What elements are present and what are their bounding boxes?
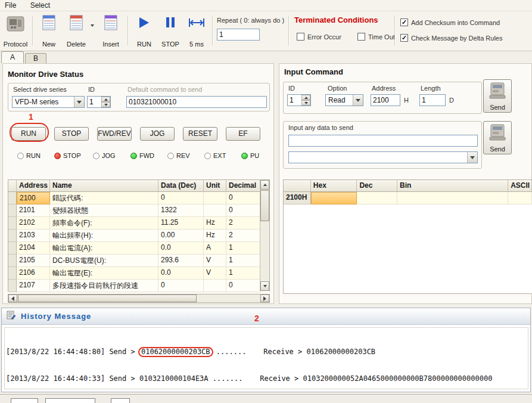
status-radio-ext[interactable]: EXT xyxy=(204,152,226,159)
row-header-2100h[interactable]: 2100H xyxy=(284,192,311,204)
new-button[interactable]: New xyxy=(36,13,62,49)
repeat-label: Repeat ( 0: always do ) xyxy=(217,17,284,24)
row-selector[interactable] xyxy=(8,267,17,280)
input-command-title: Input Command xyxy=(284,67,343,76)
delete-dropdown-arrow[interactable] xyxy=(91,24,94,27)
clipped-field[interactable] xyxy=(45,398,95,403)
table-row[interactable]: 2107 多段速指令目前執行的段速 0 0 xyxy=(8,280,269,292)
ic-option-value: Read xyxy=(328,96,346,104)
header-stub xyxy=(8,180,17,192)
circled-send-command: 01062000000203CB xyxy=(138,347,213,357)
cell-decimal: 1 xyxy=(226,267,261,280)
fwd-rev-button[interactable]: FWD/REV xyxy=(97,127,132,141)
error-occur-checkbox[interactable]: Error Occur xyxy=(297,33,341,41)
chevron-down-icon[interactable] xyxy=(467,152,477,163)
ic-address-label: Address xyxy=(372,85,396,92)
chevron-down-icon[interactable] xyxy=(353,95,363,106)
status-radio-rev[interactable]: REV xyxy=(167,152,190,159)
spinner-up-icon[interactable] xyxy=(101,97,110,102)
ic-address-suffix: H xyxy=(404,97,409,104)
delete-icon xyxy=(69,15,83,32)
ic-length-input[interactable] xyxy=(419,94,446,106)
cell-name: 輸出電壓(E): xyxy=(50,267,158,280)
status-radio-fwd[interactable]: FWD xyxy=(130,152,154,159)
tab-b[interactable]: B xyxy=(25,53,46,63)
repeat-input[interactable] xyxy=(217,29,260,41)
clipped-field[interactable] xyxy=(111,398,130,403)
default-command-input[interactable] xyxy=(126,96,267,108)
table-row[interactable]: 2100H xyxy=(284,192,532,204)
delete-button[interactable]: Delete xyxy=(63,13,89,49)
insert-button[interactable]: Insert xyxy=(98,13,124,49)
jog-button[interactable]: JOG xyxy=(140,127,175,141)
scroll-up-icon[interactable] xyxy=(260,180,269,190)
any-data-combo[interactable] xyxy=(288,151,478,163)
ef-button[interactable]: EF xyxy=(226,127,260,141)
ic-id-label: ID xyxy=(288,85,295,92)
spinner-down-icon[interactable] xyxy=(101,102,110,107)
monitor-panel-title: Monitor Drive Status xyxy=(8,70,83,79)
history-line: [2013/8/22 16:44:48:80] Send > 010620000… xyxy=(6,348,527,356)
table-row[interactable]: 2105 DC-BUS電壓(U): 293.6 V 1 xyxy=(8,255,269,267)
spinner-down-icon[interactable] xyxy=(301,100,310,106)
reset-button[interactable]: RESET xyxy=(183,127,217,141)
row-selector[interactable] xyxy=(8,242,17,255)
send-command-button[interactable]: Send xyxy=(483,79,512,113)
history-log[interactable]: [2013/8/22 16:44:48:80] Send > 010620000… xyxy=(4,327,528,389)
row-selector[interactable] xyxy=(8,192,17,204)
annotation-circle-run xyxy=(10,123,49,142)
scroll-down-icon[interactable] xyxy=(260,281,269,291)
cell-address: 2103 xyxy=(17,230,50,242)
cell-decimal: 2 xyxy=(226,230,261,242)
cell-hex[interactable] xyxy=(311,192,357,204)
row-selector[interactable] xyxy=(8,255,17,267)
new-icon xyxy=(42,15,56,32)
check-delta-rules-checkbox[interactable]: ✓ Check Message by Delta Rules xyxy=(400,34,502,42)
time-out-checkbox[interactable]: Time Out xyxy=(357,33,395,41)
table-row[interactable]: 2102 頻率命令(F): 11.25 Hz 2 xyxy=(8,217,269,230)
column-header-address: Address xyxy=(17,180,50,192)
ic-address-input[interactable] xyxy=(371,94,400,106)
row-selector[interactable] xyxy=(8,280,17,292)
menu-select[interactable]: Select xyxy=(30,1,50,10)
table-row[interactable]: 2100 錯誤代碼: 0 0 xyxy=(8,192,269,204)
clipped-field[interactable] xyxy=(11,398,38,403)
add-checksum-checkbox[interactable]: ✓ Add Checksum into Command xyxy=(400,18,500,26)
send-any-data-button[interactable]: Send xyxy=(483,121,512,154)
horizontal-scrollbar[interactable] xyxy=(8,294,270,303)
run-toolbar-button[interactable]: RUN xyxy=(131,13,157,49)
cell-unit xyxy=(204,280,226,292)
scrollbar-thumb[interactable] xyxy=(260,190,269,221)
protocol-button[interactable]: Protocol xyxy=(1,13,30,49)
interval-button[interactable]: 5 ms xyxy=(183,13,210,49)
any-data-input[interactable] xyxy=(288,135,478,147)
drive-series-select[interactable]: VFD-M series xyxy=(12,96,85,108)
scroll-left-icon[interactable] xyxy=(8,294,17,302)
spinner-up-icon[interactable] xyxy=(301,95,310,100)
scroll-right-icon[interactable] xyxy=(260,294,269,302)
ic-option-select[interactable]: Read xyxy=(325,94,363,106)
cell-name: 變頻器狀態 xyxy=(50,204,158,217)
row-selector[interactable] xyxy=(8,230,17,242)
row-selector[interactable] xyxy=(8,204,17,217)
stop-button[interactable]: STOP xyxy=(54,127,89,141)
cell-name: 輸出電流(A): xyxy=(50,242,158,255)
menu-file[interactable]: File xyxy=(5,1,16,10)
status-radio-run[interactable]: RUN xyxy=(17,152,41,159)
table-row[interactable]: 2106 輸出電壓(E): 0.0 V 1 xyxy=(8,267,269,280)
send-icon xyxy=(489,123,506,143)
cell-unit xyxy=(204,204,226,217)
table-row[interactable]: 2103 輸出頻率(H): 0.00 Hz 2 xyxy=(8,230,269,242)
add-checksum-label: Add Checksum into Command xyxy=(411,19,500,26)
stop-toolbar-button[interactable]: STOP xyxy=(157,13,183,49)
status-radio-pu[interactable]: PU xyxy=(241,152,259,159)
status-radio-stop[interactable]: STOP xyxy=(54,152,81,159)
status-radio-jog[interactable]: JOG xyxy=(93,152,116,159)
tab-a[interactable]: A xyxy=(1,51,24,63)
vertical-scrollbar[interactable] xyxy=(260,180,269,291)
row-selector[interactable] xyxy=(8,217,17,230)
scrollbar-thumb[interactable] xyxy=(18,294,197,302)
table-row[interactable]: 2101 變頻器狀態 1322 0 xyxy=(8,204,269,217)
table-row[interactable]: 2104 輸出電流(A): 0.0 A 1 xyxy=(8,242,269,255)
chevron-down-icon[interactable] xyxy=(74,97,84,107)
